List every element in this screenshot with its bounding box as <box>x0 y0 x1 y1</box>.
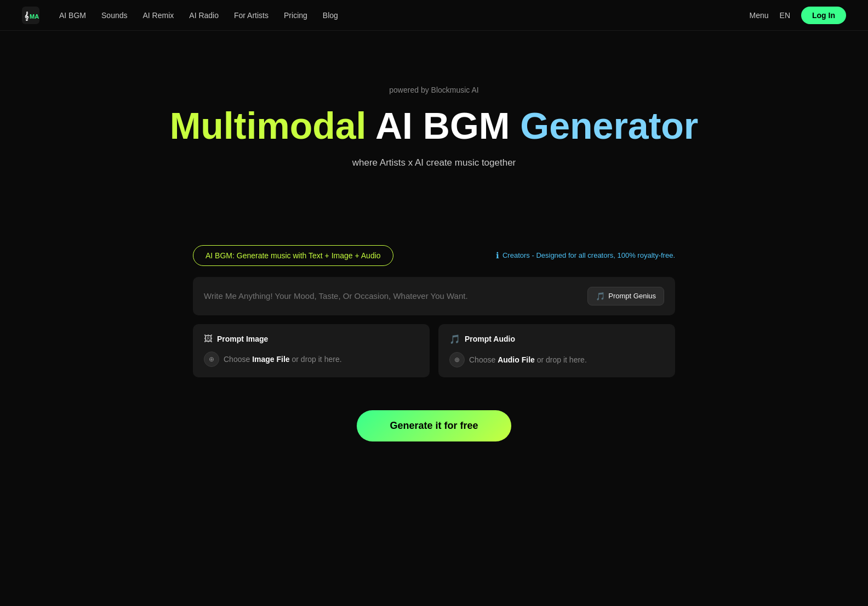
main-content: AI BGM: Generate music with Text + Image… <box>171 245 697 441</box>
prompt-audio-card[interactable]: 🎵 Prompt Audio ⊕ Choose Audio File or dr… <box>438 324 675 377</box>
title-generator: Generator <box>520 105 698 146</box>
nav-link-ai-radio[interactable]: AI Radio <box>189 11 219 20</box>
image-upload-icon: 🖼 <box>204 334 213 344</box>
prompt-audio-body: ⊕ Choose Audio File or drop it here. <box>449 352 664 367</box>
svg-text:𝄞: 𝄞 <box>24 11 29 21</box>
logo[interactable]: 𝄞 MA <box>22 7 39 24</box>
nav-link-for-artists[interactable]: For Artists <box>234 11 269 20</box>
nav-link-ai-remix[interactable]: AI Remix <box>143 11 174 20</box>
nav-link-pricing[interactable]: Pricing <box>284 11 307 20</box>
prompt-audio-title: Prompt Audio <box>465 335 515 343</box>
creators-info-text: Creators - Designed for all creators, 10… <box>502 251 675 259</box>
prompt-audio-header: 🎵 Prompt Audio <box>449 334 664 344</box>
tab-button-ai-bgm[interactable]: AI BGM: Generate music with Text + Image… <box>193 245 393 266</box>
nav-links: AI BGM Sounds AI Remix AI Radio For Arti… <box>59 11 338 20</box>
navbar-left: 𝄞 MA AI BGM Sounds AI Remix AI Radio For… <box>22 7 338 24</box>
nav-link-blog[interactable]: Blog <box>323 11 338 20</box>
audio-upload-icon: 🎵 <box>449 334 460 344</box>
login-button[interactable]: Log In <box>801 7 846 24</box>
prompt-genius-icon: 🎵 <box>596 292 605 301</box>
image-upload-circle-icon: ⊕ <box>209 355 214 363</box>
hero-section: powered by Blockmusic AI Multimodal AI B… <box>0 31 868 245</box>
prompt-genius-label: Prompt Genius <box>608 292 656 300</box>
navbar-right: Menu EN Log In <box>750 7 846 24</box>
creators-info: ℹ Creators - Designed for all creators, … <box>496 251 675 260</box>
prompt-image-upload-text: Choose Image File or drop it here. <box>224 355 342 364</box>
menu-link[interactable]: Menu <box>750 11 769 20</box>
svg-text:MA: MA <box>30 13 39 20</box>
powered-by-text: powered by Blockmusic AI <box>389 86 478 94</box>
image-upload-circle: ⊕ <box>204 352 219 367</box>
title-ai-bgm: AI BGM <box>375 105 510 146</box>
info-icon: ℹ <box>496 251 499 260</box>
navbar: 𝄞 MA AI BGM Sounds AI Remix AI Radio For… <box>0 0 868 31</box>
prompt-image-card[interactable]: 🖼 Prompt Image ⊕ Choose Image File or dr… <box>193 324 430 377</box>
lang-selector[interactable]: EN <box>780 11 790 20</box>
nav-link-ai-bgm[interactable]: AI BGM <box>59 11 86 20</box>
generate-button[interactable]: Generate it for free <box>357 410 511 441</box>
prompt-image-body: ⊕ Choose Image File or drop it here. <box>204 352 419 367</box>
nav-link-sounds[interactable]: Sounds <box>101 11 127 20</box>
generate-section: Generate it for free <box>193 410 675 441</box>
prompt-image-header: 🖼 Prompt Image <box>204 334 419 344</box>
prompt-audio-upload-text: Choose Audio File or drop it here. <box>469 355 587 364</box>
hero-title: Multimodal AI BGM Generator <box>170 105 699 146</box>
tab-row: AI BGM: Generate music with Text + Image… <box>193 245 675 266</box>
prompt-image-title: Prompt Image <box>217 335 268 343</box>
logo-icon: 𝄞 MA <box>22 7 39 24</box>
hero-subtitle: where Artists x AI create music together <box>352 157 516 168</box>
audio-upload-circle: ⊕ <box>449 352 465 367</box>
title-multimodal: Multimodal <box>170 105 367 146</box>
upload-row: 🖼 Prompt Image ⊕ Choose Image File or dr… <box>193 324 675 377</box>
audio-upload-circle-icon: ⊕ <box>454 356 460 364</box>
text-input-container: 🎵 Prompt Genius <box>193 277 675 315</box>
prompt-genius-button[interactable]: 🎵 Prompt Genius <box>587 287 664 305</box>
text-prompt-input[interactable] <box>204 291 587 301</box>
